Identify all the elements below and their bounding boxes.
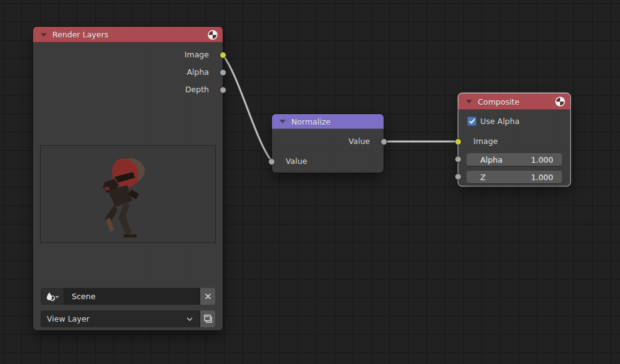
new-view-layer-button[interactable] — [200, 310, 215, 327]
use-alpha-label: Use Alpha — [480, 117, 520, 127]
render-sphere-icon — [555, 97, 565, 107]
scene-name-field[interactable]: Scene — [64, 288, 200, 305]
scene-browse-button[interactable] — [41, 288, 64, 305]
socket-output-image[interactable] — [220, 52, 226, 59]
collapse-triangle-icon[interactable] — [41, 33, 47, 37]
alpha-field-value: 1.000 — [531, 155, 553, 165]
socket-input-value[interactable] — [268, 158, 275, 165]
scene-icon — [46, 292, 59, 302]
check-icon — [469, 118, 475, 124]
normalize-header[interactable]: Normalize — [272, 114, 384, 129]
render-preview-image — [40, 145, 216, 243]
use-alpha-checkbox[interactable] — [467, 117, 477, 126]
render-layers-header[interactable]: Render Layers — [33, 27, 223, 42]
output-label-value: Value — [308, 136, 370, 146]
collapse-triangle-icon[interactable] — [466, 100, 472, 103]
socket-input-image[interactable] — [455, 138, 462, 145]
scene-selector-row: Scene — [41, 288, 215, 305]
wire-image-to-normalize[interactable] — [223, 55, 272, 161]
output-label-depth: Depth — [134, 85, 209, 95]
node-title: Composite — [478, 97, 555, 107]
render-sphere-icon — [208, 30, 218, 40]
character-sprite — [41, 146, 215, 242]
input-label-value: Value — [286, 156, 307, 166]
collapse-triangle-icon[interactable] — [279, 120, 286, 123]
view-layer-icon — [203, 314, 213, 323]
socket-input-alpha[interactable] — [455, 156, 462, 163]
view-layer-value: View Layer — [47, 314, 90, 323]
input-label-image: Image — [473, 136, 498, 146]
node-normalize[interactable]: Normalize Value Value — [272, 114, 384, 173]
composite-header[interactable]: Composite — [458, 93, 570, 110]
z-field-value: 1.000 — [531, 173, 553, 182]
node-composite[interactable]: Composite Use Alpha Image Alpha 1.000 Z — [458, 93, 570, 186]
node-title: Normalize — [291, 117, 379, 127]
socket-output-alpha[interactable] — [220, 69, 226, 76]
view-layer-row: View Layer — [41, 310, 215, 327]
close-icon — [205, 293, 211, 300]
node-render-layers[interactable]: Render Layers Image Alpha Depth — [33, 27, 223, 330]
socket-input-z[interactable] — [455, 173, 462, 180]
output-label-alpha: Alpha — [134, 67, 209, 77]
node-editor-canvas[interactable]: Render Layers Image Alpha Depth — [0, 0, 620, 364]
socket-output-depth[interactable] — [220, 87, 226, 93]
output-label-image: Image — [134, 50, 209, 60]
node-title: Render Layers — [52, 30, 208, 39]
view-layer-dropdown[interactable]: View Layer — [41, 310, 200, 327]
socket-output-value[interactable] — [380, 138, 387, 145]
alpha-field-label: Alpha — [480, 155, 503, 165]
alpha-value-field[interactable]: Alpha 1.000 — [467, 153, 562, 166]
scene-clear-button[interactable] — [200, 288, 215, 305]
z-value-field[interactable]: Z 1.000 — [467, 171, 562, 183]
chevron-down-icon — [186, 317, 193, 322]
z-field-label: Z — [480, 173, 486, 182]
